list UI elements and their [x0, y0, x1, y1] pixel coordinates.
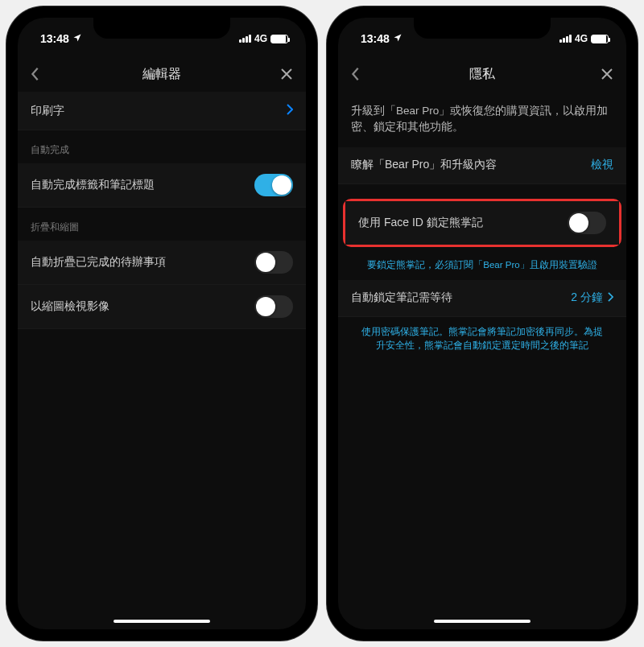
settings-list-left: 印刷字 自動完成 自動完成標籤和筆記標題 折疊和縮圖 自動折疊已完成的待辦事項 … [18, 92, 306, 329]
row-label: 使用 Face ID 鎖定熊掌記 [358, 216, 483, 230]
section-fold: 折疊和縮圖 [18, 208, 306, 241]
row-autofold-done: 自動折疊已完成的待辦事項 [18, 241, 306, 285]
location-icon [393, 32, 402, 45]
toggle-thumbnail-view[interactable] [254, 295, 293, 318]
screen-left: 13:48 4G 編輯器 印刷字 [18, 18, 306, 629]
back-button[interactable] [351, 67, 372, 81]
page-title: 隱私 [469, 66, 495, 83]
faceid-hint: 要鎖定熊掌記，必須訂閱「Bear Pro」且啟用裝置驗證 [338, 250, 626, 280]
footer-hint: 使用密碼保護筆記。熊掌記會將筆記加密後再同步。為提升安全性，熊掌記會自動鎖定選定… [338, 317, 626, 361]
row-autolock-delay[interactable]: 自動鎖定筆記需等待 2 分鐘 [338, 280, 626, 317]
signal-icon [559, 35, 572, 43]
page-title: 編輯器 [142, 66, 181, 83]
network-label: 4G [254, 33, 267, 44]
signal-icon [239, 35, 251, 43]
navbar-left: 編輯器 [18, 56, 306, 92]
phone-frame-left: 13:48 4G 編輯器 印刷字 [6, 6, 317, 641]
chevron-right-icon [608, 291, 613, 304]
home-indicator[interactable] [114, 620, 210, 623]
status-time: 13:48 [361, 32, 390, 45]
row-faceid-lock: 使用 Face ID 鎖定熊掌記 [345, 201, 619, 245]
notch [93, 18, 230, 39]
battery-icon [270, 35, 288, 43]
phone-frame-right: 13:48 4G 隱私 升級到「Bear Pro」或恢復您的購買資訊，以啟用加密… [327, 6, 638, 641]
location-icon [72, 32, 82, 45]
row-learn-pro[interactable]: 瞭解「Bear Pro」和升級內容 檢視 [338, 147, 626, 184]
chevron-right-icon [287, 102, 293, 119]
home-indicator[interactable] [434, 620, 530, 623]
notch [414, 18, 551, 39]
close-button[interactable] [592, 68, 613, 80]
upgrade-info: 升級到「Bear Pro」或恢復您的購買資訊，以啟用加密、鎖定和其他功能。 [338, 92, 626, 147]
toggle-faceid-lock[interactable] [568, 212, 606, 234]
row-label: 以縮圖檢視影像 [31, 299, 109, 314]
row-label: 自動折疊已完成的待辦事項 [31, 255, 166, 270]
close-button[interactable] [272, 68, 293, 80]
status-time: 13:48 [40, 32, 69, 45]
view-link[interactable]: 檢視 [591, 158, 613, 172]
autolock-value: 2 分鐘 [571, 291, 603, 305]
row-label: 自動完成標籤和筆記標題 [31, 178, 155, 192]
back-button[interactable] [31, 67, 52, 81]
row-typography[interactable]: 印刷字 [18, 92, 306, 130]
toggle-autofold-done[interactable] [254, 251, 293, 274]
screen-right: 13:48 4G 隱私 升級到「Bear Pro」或恢復您的購買資訊，以啟用加密… [338, 18, 626, 629]
toggle-autocomplete-titles[interactable] [254, 174, 293, 196]
row-autocomplete-titles: 自動完成標籤和筆記標題 [18, 163, 306, 208]
row-thumbnail-view: 以縮圖檢視影像 [18, 285, 306, 329]
settings-list-right: 升級到「Bear Pro」或恢復您的購買資訊，以啟用加密、鎖定和其他功能。 瞭解… [338, 92, 626, 361]
section-autocomplete: 自動完成 [18, 130, 306, 163]
row-label: 瞭解「Bear Pro」和升級內容 [351, 158, 497, 172]
battery-icon [591, 35, 609, 43]
network-label: 4G [575, 33, 588, 44]
faceid-highlight: 使用 Face ID 鎖定熊掌記 [343, 199, 621, 247]
navbar-right: 隱私 [338, 56, 626, 92]
row-label: 印刷字 [31, 104, 64, 118]
row-label: 自動鎖定筆記需等待 [351, 291, 452, 305]
